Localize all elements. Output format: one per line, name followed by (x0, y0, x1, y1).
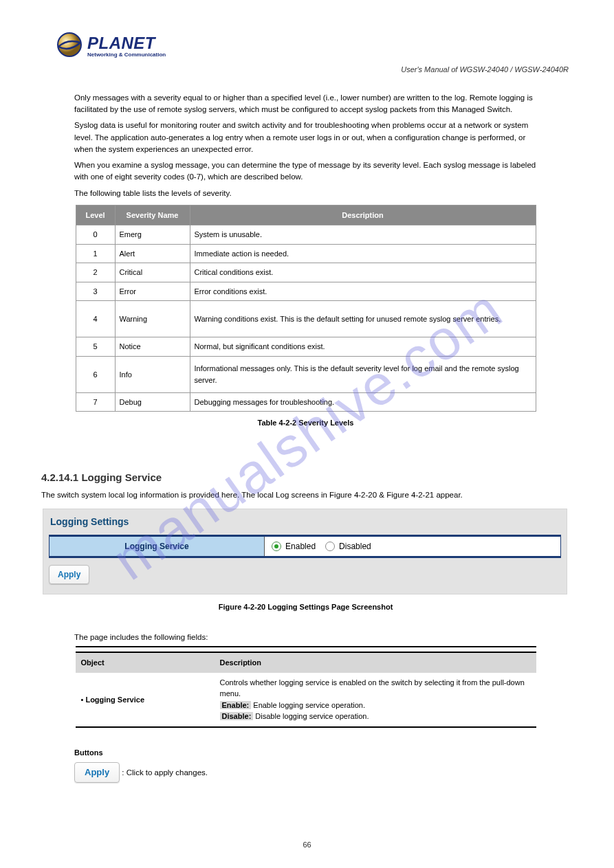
table-row: 2CriticalCritical conditions exist. (76, 263, 536, 282)
severity-table: Level Severity Name Description 0EmergSy… (76, 205, 536, 412)
radio-disabled-label: Disabled (339, 540, 371, 553)
apply-desc: : Click to apply changes. (120, 768, 208, 777)
intro-3: When you examine a syslog message, you c… (74, 159, 537, 183)
brand-tagline: Networking & Communication (87, 52, 166, 58)
figure-caption: Figure 4-2-20 Logging Settings Page Scre… (41, 601, 570, 613)
intro-1: Only messages with a severity equal to o… (74, 92, 537, 116)
logging-settings-panel: Logging Settings Logging Service Enabled… (43, 509, 567, 594)
field-object: • Logging Service (76, 673, 215, 726)
brand-logo: PLANET Networking & Communication (56, 32, 570, 61)
page-includes: The page includes the following fields: (74, 632, 570, 643)
table-row: 6InfoInformational messages only. This i… (76, 356, 536, 392)
severity-caption: Table 4-2-2 Severity Levels (41, 417, 570, 429)
table-row: 0EmergSystem is unusable. (76, 225, 536, 245)
buttons-label: Buttons (74, 747, 570, 759)
table-row: 5NoticeNormal, but significant condition… (76, 337, 536, 357)
apply-button[interactable]: Apply (49, 565, 89, 584)
th-desc: Description (190, 205, 536, 225)
page-number: 66 (0, 839, 614, 851)
panel-title: Logging Settings (49, 515, 561, 532)
radio-enabled-label: Enabled (285, 540, 316, 553)
brand-name: PLANET (87, 35, 166, 52)
apply-button-2[interactable]: Apply (74, 762, 120, 783)
th-description: Description (215, 652, 536, 673)
th-object: Object (76, 652, 215, 673)
radio-enabled[interactable] (272, 542, 281, 551)
radio-disabled[interactable] (325, 542, 335, 551)
section-heading: 4.2.14.1 Logging Service (41, 470, 570, 486)
fields-table: Object Description • Logging Service Con… (76, 652, 536, 726)
logsetting-desc: The switch system local log information … (41, 489, 570, 501)
intro-2: Syslog data is useful for monitoring rou… (74, 120, 537, 155)
globe-icon (56, 32, 83, 61)
table-row: 1AlertImmediate action is needed. (76, 244, 536, 263)
th-level: Level (76, 205, 115, 225)
field-description: Controls whether logging service is enab… (215, 673, 536, 726)
th-name: Severity Name (115, 205, 190, 225)
table-row: 4WarningWarning conditions exist. This i… (76, 301, 536, 337)
manual-title: User's Manual of WGSW-24040 / WGSW-24040… (41, 64, 569, 76)
intro-4: The following table lists the levels of … (74, 188, 537, 199)
panel-field-label: Logging Service (50, 537, 265, 556)
table-row: 3ErrorError conditions exist. (76, 282, 536, 301)
table-row: 7DebugDebugging messages for troubleshoo… (76, 392, 536, 412)
